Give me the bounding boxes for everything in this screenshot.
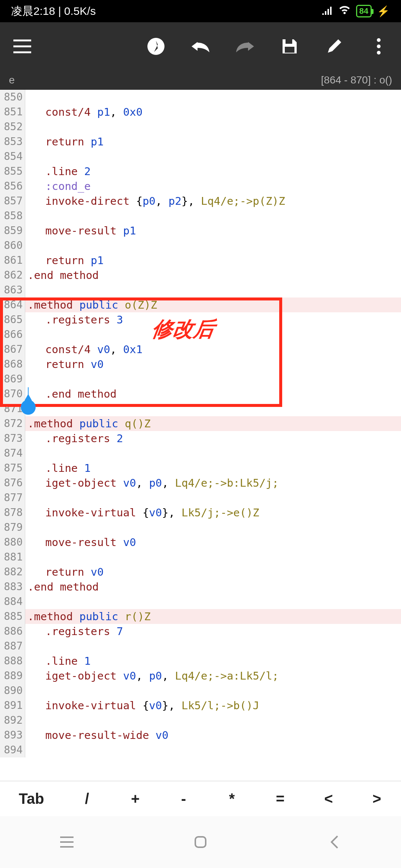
code-line[interactable]: 878invoke-virtual {v0}, Lk5/j;->e()Z: [0, 505, 401, 520]
code-line[interactable]: 875.line 1: [0, 461, 401, 476]
code-content[interactable]: .end method: [25, 579, 401, 594]
nav-home-button[interactable]: [189, 831, 212, 853]
code-line[interactable]: 862.end method: [0, 268, 401, 283]
code-line[interactable]: 888.line 1: [0, 654, 401, 668]
code-content[interactable]: invoke-direct {p0, p2}, Lq4/e;->p(Z)Z: [25, 194, 401, 208]
save-button[interactable]: [278, 35, 301, 57]
code-line[interactable]: 884: [0, 594, 401, 609]
undo-button[interactable]: [189, 35, 212, 57]
code-content[interactable]: .registers 3: [25, 312, 401, 327]
symbol-key[interactable]: /: [63, 790, 111, 807]
code-line[interactable]: 872.method public q()Z: [0, 416, 401, 431]
code-content[interactable]: iget-object v0, p0, Lq4/e;->b:Lk5/j;: [25, 476, 401, 490]
code-line[interactable]: 850: [0, 90, 401, 105]
svg-rect-1: [286, 39, 292, 44]
code-content[interactable]: .end method: [25, 387, 401, 401]
code-line[interactable]: 881: [0, 550, 401, 565]
code-line[interactable]: 890: [0, 683, 401, 698]
symbol-key[interactable]: <: [304, 790, 353, 807]
battery-icon: 84: [356, 5, 372, 17]
symbol-key[interactable]: =: [256, 790, 304, 807]
code-content[interactable]: .method public o(Z)Z: [25, 297, 401, 312]
code-line[interactable]: 854: [0, 149, 401, 164]
line-number: 870: [0, 387, 25, 401]
code-content[interactable]: :cond_e: [25, 179, 401, 194]
code-content[interactable]: const/4 v0, 0x1: [25, 342, 401, 357]
wifi-icon: [338, 5, 351, 17]
code-content[interactable]: return p1: [25, 253, 401, 268]
redo-button[interactable]: [234, 35, 256, 57]
code-line[interactable]: 893move-result-wide v0: [0, 728, 401, 743]
cursor-handle[interactable]: [21, 400, 36, 415]
code-line[interactable]: 867const/4 v0, 0x1: [0, 342, 401, 357]
code-line[interactable]: 887: [0, 639, 401, 654]
code-line[interactable]: 864.method public o(Z)Z: [0, 297, 401, 312]
symbol-key[interactable]: Tab: [0, 790, 63, 807]
line-number: 853: [0, 134, 25, 149]
code-line[interactable]: 870.end method: [0, 387, 401, 401]
code-content[interactable]: return v0: [25, 357, 401, 372]
explore-button[interactable]: [145, 35, 167, 57]
code-line[interactable]: 871: [0, 401, 401, 416]
code-line[interactable]: 885.method public r()Z: [0, 609, 401, 624]
code-content[interactable]: return v0: [25, 565, 401, 579]
code-line[interactable]: 869: [0, 372, 401, 387]
symbol-key[interactable]: *: [208, 790, 256, 807]
line-number: 864: [0, 297, 25, 312]
code-content[interactable]: .line 1: [25, 654, 401, 668]
code-line[interactable]: 859move-result p1: [0, 223, 401, 238]
code-content[interactable]: iget-object v0, p0, Lq4/e;->a:Lk5/l;: [25, 668, 401, 683]
code-line[interactable]: 891invoke-virtual {v0}, Lk5/l;->b()J: [0, 698, 401, 713]
code-line[interactable]: 889iget-object v0, p0, Lq4/e;->a:Lk5/l;: [0, 668, 401, 683]
code-line[interactable]: 863: [0, 283, 401, 297]
code-content[interactable]: invoke-virtual {v0}, Lk5/l;->b()J: [25, 698, 401, 713]
code-line[interactable]: 853return p1: [0, 134, 401, 149]
code-line[interactable]: 857invoke-direct {p0, p2}, Lq4/e;->p(Z)Z: [0, 194, 401, 208]
code-line[interactable]: 876iget-object v0, p0, Lq4/e;->b:Lk5/j;: [0, 476, 401, 490]
code-line[interactable]: 856:cond_e: [0, 179, 401, 194]
code-line[interactable]: 874: [0, 446, 401, 461]
code-line[interactable]: 882return v0: [0, 565, 401, 579]
code-line[interactable]: 851const/4 p1, 0x0: [0, 105, 401, 119]
code-content[interactable]: move-result p1: [25, 223, 401, 238]
code-content[interactable]: move-result v0: [25, 535, 401, 550]
code-content[interactable]: return p1: [25, 134, 401, 149]
code-line[interactable]: 880move-result v0: [0, 535, 401, 550]
code-content[interactable]: move-result-wide v0: [25, 728, 401, 743]
code-line[interactable]: 852: [0, 119, 401, 134]
symbol-key[interactable]: >: [353, 790, 401, 807]
code-content[interactable]: .method public r()Z: [25, 609, 401, 624]
code-line[interactable]: 883.end method: [0, 579, 401, 594]
code-line[interactable]: 855.line 2: [0, 164, 401, 179]
more-button[interactable]: [368, 35, 390, 57]
code-line[interactable]: 894: [0, 743, 401, 757]
code-line[interactable]: 865.registers 3: [0, 312, 401, 327]
code-line[interactable]: 868return v0: [0, 357, 401, 372]
nav-recent-button[interactable]: [56, 831, 78, 853]
code-line[interactable]: 886.registers 7: [0, 624, 401, 639]
code-line[interactable]: 858: [0, 208, 401, 223]
code-content[interactable]: .method public q()Z: [25, 416, 401, 431]
symbol-key[interactable]: +: [111, 790, 159, 807]
symbol-key[interactable]: -: [159, 790, 208, 807]
meta-bar: e [864 - 870] : o(): [0, 70, 401, 90]
code-content[interactable]: .registers 2: [25, 431, 401, 446]
code-line[interactable]: 892: [0, 713, 401, 728]
code-line[interactable]: 879: [0, 520, 401, 535]
edit-button[interactable]: [323, 35, 345, 57]
code-content[interactable]: invoke-virtual {v0}, Lk5/j;->e()Z: [25, 505, 401, 520]
location-text: [864 - 870] : o(): [321, 74, 392, 86]
editor[interactable]: 修改后 850851const/4 p1, 0x0852853return p1…: [0, 90, 401, 757]
code-content[interactable]: .end method: [25, 268, 401, 283]
code-content[interactable]: .registers 7: [25, 624, 401, 639]
code-line[interactable]: 860: [0, 238, 401, 253]
code-line[interactable]: 877: [0, 490, 401, 505]
code-content[interactable]: .line 1: [25, 461, 401, 476]
code-content[interactable]: const/4 p1, 0x0: [25, 105, 401, 119]
code-line[interactable]: 866: [0, 327, 401, 342]
code-line[interactable]: 873.registers 2: [0, 431, 401, 446]
code-content[interactable]: .line 2: [25, 164, 401, 179]
menu-button[interactable]: [11, 35, 33, 57]
nav-back-button[interactable]: [323, 831, 345, 853]
code-line[interactable]: 861return p1: [0, 253, 401, 268]
